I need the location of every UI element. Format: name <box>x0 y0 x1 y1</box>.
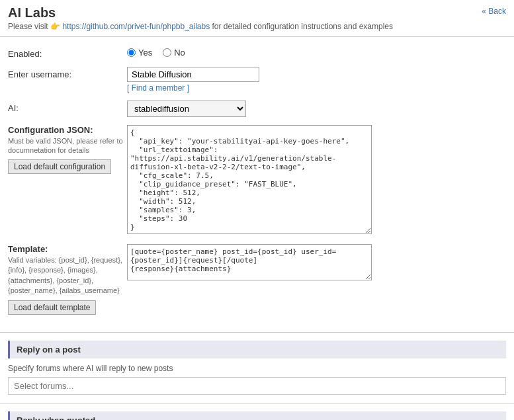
template-title: Template: <box>8 244 127 254</box>
template-textarea[interactable]: [quote={poster_name} post_id={post_id} u… <box>127 244 372 280</box>
load-default-template-button[interactable]: Load default template <box>8 300 96 315</box>
config-json-field-container: { "api_key": "your-stabilityai-api-key-g… <box>127 125 506 236</box>
reply-when-quoted-section: Reply when quoted Specify forums where A… <box>0 406 514 420</box>
enabled-no-option[interactable]: No <box>163 48 185 58</box>
back-link[interactable]: « Back <box>482 7 506 16</box>
username-input[interactable] <box>127 67 259 82</box>
header-divider <box>0 36 514 37</box>
subtitle-emoji: 👉 <box>50 22 60 31</box>
reply-on-post-select[interactable] <box>8 377 506 395</box>
reply-on-post-section: Reply on a post Specify forums where AI … <box>0 335 514 400</box>
reply-on-post-desc: Specify forums where AI will reply to ne… <box>8 364 506 373</box>
ai-label: AI: <box>8 101 127 113</box>
enabled-yes-radio[interactable] <box>127 48 136 57</box>
yes-label: Yes <box>138 48 152 58</box>
ai-field-container: stablediffusion <box>127 101 506 117</box>
config-json-title: Configuration JSON: <box>8 125 127 135</box>
page-title: AI Labs <box>8 5 393 21</box>
enabled-no-radio[interactable] <box>163 48 171 57</box>
config-json-textarea[interactable]: { "api_key": "your-stabilityai-api-key-g… <box>127 125 372 234</box>
enabled-field: Yes No <box>127 46 506 58</box>
config-json-row: Configuration JSON: Must be valid JSON, … <box>8 125 506 236</box>
page-header: AI Labs Please visit 👉 https://github.co… <box>0 0 514 34</box>
page-subtitle: Please visit 👉 https://github.com/privet… <box>8 22 393 31</box>
enabled-yes-option[interactable]: Yes <box>127 48 152 58</box>
reply-on-post-header: Reply on a post <box>8 341 506 358</box>
enabled-label: Enabled: <box>8 46 127 59</box>
template-row: Template: Valid variables: {post_id}, {r… <box>8 244 506 315</box>
config-json-label-block: Configuration JSON: Must be valid JSON, … <box>8 125 127 174</box>
subtitle-suffix: for detailed configuration instructions … <box>212 22 394 31</box>
template-label-block: Template: Valid variables: {post_id}, {r… <box>8 244 127 315</box>
main-content: Enabled: Yes No Enter username: [ Find a… <box>0 40 514 329</box>
username-label: Enter username: <box>8 67 127 79</box>
template-field-container: [quote={poster_name} post_id={post_id} u… <box>127 244 506 282</box>
config-json-desc: Must be valid JSON, please refer to docu… <box>8 136 127 155</box>
find-member-link[interactable]: [ Find a member ] <box>127 83 506 93</box>
no-label: No <box>174 48 185 58</box>
ai-select[interactable]: stablediffusion <box>127 101 246 117</box>
ai-row: AI: stablediffusion <box>8 101 506 117</box>
subtitle-prefix: Please visit <box>8 22 50 31</box>
section-divider-1 <box>0 332 514 333</box>
template-desc: Valid variables: {post_id}, {request}, {… <box>8 255 127 296</box>
load-default-config-button[interactable]: Load default configuration <box>8 159 111 174</box>
enabled-row: Enabled: Yes No <box>8 46 506 59</box>
username-row: Enter username: [ Find a member ] <box>8 67 506 93</box>
section-divider-2 <box>0 403 514 403</box>
github-link[interactable]: https://github.com/privet-fun/phpbb_aila… <box>62 22 210 31</box>
reply-when-quoted-header: Reply when quoted <box>8 411 506 420</box>
username-field-container: [ Find a member ] <box>127 67 506 93</box>
